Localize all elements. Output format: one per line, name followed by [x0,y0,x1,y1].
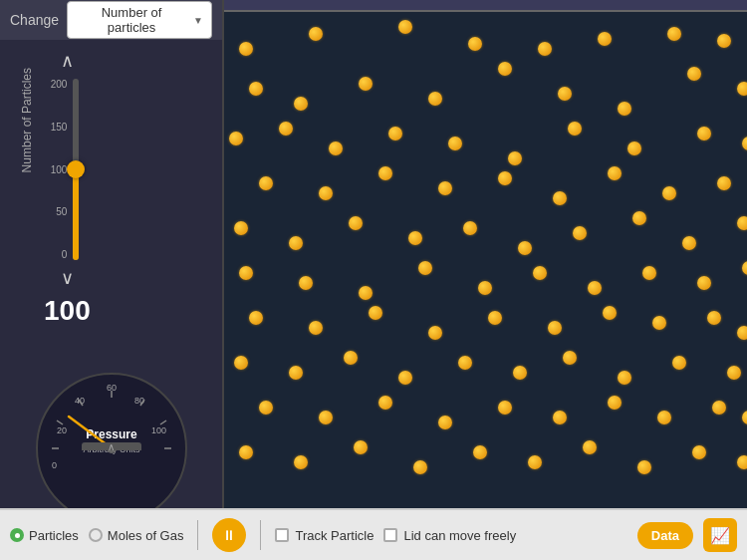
particle [354,440,368,454]
scale-100: 100 [47,164,67,175]
track-particle-label: Track Particle [295,528,374,543]
particle [319,411,333,424]
radio-moles[interactable]: Moles of Gas [89,528,184,543]
particle [234,221,248,235]
particle [568,122,582,136]
slider-track[interactable] [73,79,79,260]
particle [667,27,681,41]
particle [737,82,747,96]
particle [448,137,462,150]
particle [359,286,373,300]
particle [573,226,587,240]
svg-text:20: 20 [57,425,67,435]
slider-down-button[interactable]: ∨ [53,265,82,291]
particle [259,401,273,415]
lid-checkbox[interactable]: Lid can move freely [383,528,516,543]
particle [229,132,243,145]
particle [319,186,333,200]
dropdown-value: Number of particles [76,5,187,35]
bottom-toolbar: Particles Moles of Gas ⏸ Track Particle … [0,508,747,560]
particle [239,266,253,280]
particle [742,411,747,424]
particle [349,216,363,230]
slider-container: ∧ 200 150 100 50 0 ∨ [44,48,91,327]
particle [294,455,308,469]
particle [618,102,631,116]
particle [717,176,731,190]
radio-particles-label: Particles [29,528,79,543]
pressure-gauge: 0 20 40 60 80 100 Pressure Arbitrary Uni… [27,349,196,508]
particle [727,366,741,380]
particle [553,191,567,205]
radio-moles-label: Moles of Gas [108,528,184,543]
particle [737,455,747,469]
particle [428,326,442,340]
particle [498,171,512,185]
lid-box [383,528,397,542]
particle [637,460,651,474]
toolbar-divider [197,520,198,550]
svg-text:0: 0 [52,460,57,470]
particle [289,236,303,250]
particle [294,97,308,111]
particle [603,306,617,320]
particle [309,27,323,41]
particle [234,356,248,370]
change-label: Change [10,12,59,28]
particle [712,401,726,415]
particle [249,82,263,96]
lid [224,0,747,12]
particle [239,42,253,56]
particle [279,122,293,136]
particle [518,241,532,255]
particle [259,176,273,190]
particle [488,311,502,325]
particle [737,216,747,230]
particle [608,166,622,180]
chevron-down-icon: ▼ [193,15,203,26]
particle [538,42,552,56]
radio-particles-indicator [10,528,24,542]
scale-0: 0 [47,249,67,260]
particle [707,311,721,325]
particle [548,321,562,335]
particle [388,127,402,140]
particle [558,87,572,101]
particle [533,266,547,280]
particle [697,276,711,290]
particle [563,351,577,365]
particle [463,221,477,235]
radio-particles[interactable]: Particles [10,528,79,543]
scale-200: 200 [47,79,67,90]
particle [413,460,427,474]
particle [458,356,472,370]
dropdown-button[interactable]: Number of particles ▼ [67,1,212,39]
particle [583,440,597,454]
particle [652,316,666,330]
particle [742,261,747,275]
slider-thumb[interactable] [67,160,85,178]
particle [588,281,602,295]
particle [692,445,706,459]
particle [632,211,646,225]
particle [737,326,747,340]
particle [299,276,313,290]
particle [473,445,487,459]
particle [627,141,641,155]
chart-icon: 📈 [710,526,730,545]
scale-labels: 200 150 100 50 0 [47,74,67,265]
particle [408,231,422,245]
slider-up-button[interactable]: ∧ [53,48,82,74]
particle [438,181,452,195]
particle [598,32,612,46]
data-button[interactable]: Data [637,522,693,549]
track-particle-checkbox[interactable]: Track Particle [275,528,374,543]
scale-150: 150 [47,122,67,133]
particle [717,34,731,48]
pause-button[interactable]: ⏸ [212,518,246,552]
chart-button[interactable]: 📈 [703,518,737,552]
particle [657,411,671,424]
current-value: 100 [44,295,91,327]
particle [642,266,656,280]
particle [662,186,676,200]
